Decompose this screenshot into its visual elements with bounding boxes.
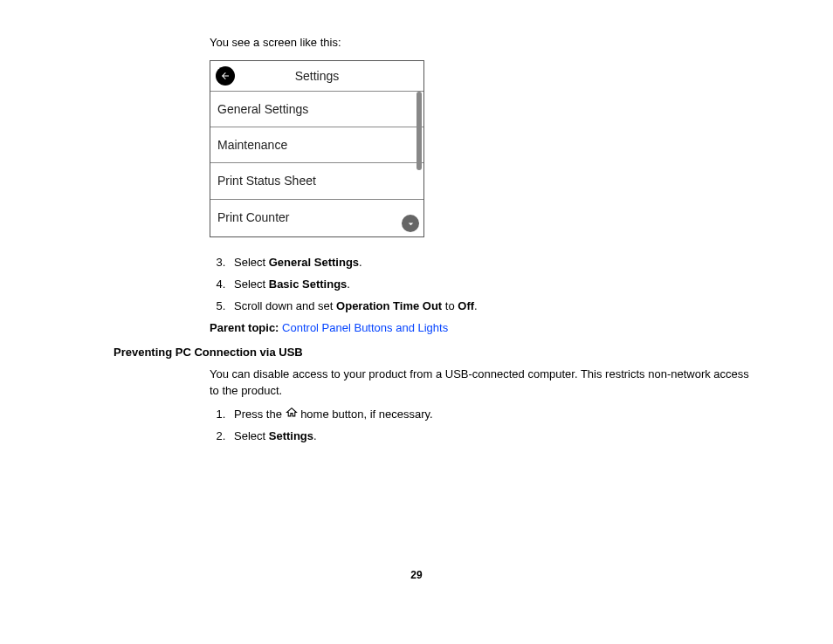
step-text: Press the <box>234 408 286 421</box>
scrollbar-thumb <box>416 92 422 170</box>
device-menu-item: General Settings <box>210 92 423 127</box>
scroll-down-icon <box>402 215 419 232</box>
home-icon <box>286 407 298 423</box>
step-text: Select <box>234 277 269 291</box>
step-item: Press the home button, if necessary. <box>229 407 754 423</box>
step-text: . <box>313 429 317 442</box>
step-bold: Settings <box>269 429 313 442</box>
device-screenshot: Settings General Settings Maintenance Pr… <box>210 60 423 237</box>
step-text: to <box>442 299 458 312</box>
step-text: Select <box>234 429 269 442</box>
step-text: Scroll down and set <box>234 299 336 312</box>
step-item: Select Settings. <box>229 428 754 445</box>
page-number: 29 <box>52 568 781 583</box>
device-title: Settings <box>235 67 399 85</box>
section-paragraph: You can disable access to your product f… <box>210 367 754 400</box>
step-bold: Off <box>458 299 474 312</box>
device-menu-item: Print Counter <box>210 200 423 236</box>
parent-topic: Parent topic: Control Panel Buttons and … <box>210 320 754 337</box>
instruction-list-a: Select General Settings. Select Basic Se… <box>210 255 754 315</box>
parent-topic-label: Parent topic: <box>210 321 279 334</box>
back-icon <box>216 66 235 86</box>
instruction-list-b: Press the home button, if necessary. Sel… <box>210 407 754 445</box>
step-bold: Operation Time Out <box>336 299 442 312</box>
step-text: Select <box>234 256 269 269</box>
device-menu-item: Maintenance <box>210 127 423 163</box>
step-text: home button, if necessary. <box>298 408 433 421</box>
step-bold: General Settings <box>269 256 359 269</box>
step-text: . <box>474 299 478 312</box>
intro-text: You see a screen like this: <box>210 35 754 51</box>
step-item: Select General Settings. <box>229 255 754 271</box>
step-bold: Basic Settings <box>269 277 348 291</box>
parent-topic-link[interactable]: Control Panel Buttons and Lights <box>282 321 448 334</box>
step-item: Select Basic Settings. <box>229 277 754 293</box>
step-text: . <box>347 277 350 291</box>
section-heading: Preventing PC Connection via USB <box>114 345 781 361</box>
step-text: . <box>359 256 362 269</box>
device-menu-item: Print Status Sheet <box>210 163 423 199</box>
step-item: Scroll down and set Operation Time Out t… <box>229 298 754 315</box>
